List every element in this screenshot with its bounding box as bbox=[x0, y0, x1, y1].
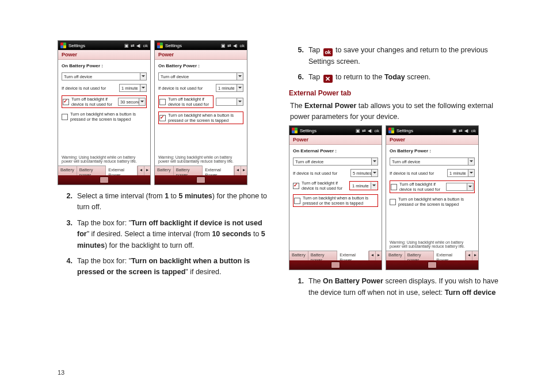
tab-battery-power[interactable]: Battery power bbox=[77, 166, 106, 175]
device-screenshot: Settings▣⇄◀:ok Power On External Power :… bbox=[289, 125, 382, 270]
step-2: Select a time interval (from 1 to 5 minu… bbox=[58, 191, 272, 213]
windows-flag-icon bbox=[388, 128, 394, 133]
wm-titlebar: Settings ▣⇄◀:ok bbox=[58, 41, 150, 50]
device-screenshot: Settings▣⇄◀:ok Power On Battery Power : … bbox=[154, 40, 247, 185]
tab-battery[interactable]: Battery bbox=[58, 166, 77, 175]
steps-right-b: The On Battery Power screen displays. If… bbox=[289, 276, 503, 298]
tab-external-power[interactable]: External Power bbox=[106, 166, 138, 175]
ok-icon: ok bbox=[323, 48, 333, 56]
steps-left: Select a time interval (from 1 to 5 minu… bbox=[58, 191, 272, 278]
time-dropdown[interactable] bbox=[446, 183, 474, 191]
screenshot-gallery-right: Settings▣⇄◀:ok Power On External Power :… bbox=[289, 125, 503, 270]
tab-scroll-right-icon[interactable]: ▸ bbox=[144, 166, 150, 175]
close-icon: ✕ bbox=[323, 75, 333, 83]
windows-flag-icon bbox=[60, 43, 66, 48]
step-1: The On Battery Power screen displays. If… bbox=[289, 276, 503, 298]
screenshot-gallery-left: Settings ▣⇄◀:ok Power On Battery Power :… bbox=[58, 40, 272, 185]
backlight-off-checkbox[interactable] bbox=[293, 183, 299, 189]
device-screenshot: Settings▣⇄◀:ok Power On Battery Power : … bbox=[386, 125, 479, 270]
backlight-off-checkbox[interactable] bbox=[391, 184, 397, 190]
chevron-down-icon bbox=[140, 84, 146, 91]
tab-scroll-left-icon[interactable]: ◂ bbox=[138, 166, 144, 175]
if-not-used-label: If device is not used for bbox=[62, 86, 117, 91]
warning-text: Warning: Using backlight while on batter… bbox=[62, 153, 147, 163]
chevron-down-icon bbox=[140, 73, 146, 80]
wm-title: Settings bbox=[68, 43, 85, 48]
backlight-on-checkbox[interactable] bbox=[390, 199, 396, 205]
sip-keyboard-icon[interactable] bbox=[428, 262, 437, 268]
backlight-off-checkbox[interactable] bbox=[63, 99, 69, 105]
backlight-on-checkbox[interactable] bbox=[294, 198, 300, 204]
turn-off-device-dropdown[interactable]: Turn off device bbox=[62, 72, 147, 80]
screen-title: Power bbox=[58, 50, 150, 60]
device-screenshot: Settings ▣⇄◀:ok Power On Battery Power :… bbox=[58, 40, 151, 185]
backlight-off-label: Turn off backlight if device is not used… bbox=[71, 97, 116, 107]
step-4: Tap the box for: "Turn on backlight when… bbox=[58, 256, 272, 278]
time-dropdown[interactable]: 5 minutes bbox=[350, 169, 378, 177]
backlight-on-checkbox[interactable] bbox=[62, 114, 68, 120]
soft-key-bar bbox=[58, 175, 150, 185]
page-number: 13 bbox=[58, 369, 64, 376]
turn-off-device-dropdown[interactable]: Turn off device bbox=[158, 72, 243, 80]
backlight-off-checkbox[interactable] bbox=[159, 99, 166, 105]
section-heading: On Battery Power : bbox=[62, 63, 147, 68]
tab-bar: Battery Battery power External Power ◂▸ bbox=[58, 166, 150, 175]
step-5: Tap ok to save your changes and return t… bbox=[289, 45, 503, 67]
wm-status-icons: ▣⇄◀:ok bbox=[124, 43, 148, 48]
backlight-on-checkbox[interactable] bbox=[159, 115, 166, 121]
time-dropdown[interactable]: 30 seconds bbox=[118, 98, 146, 106]
sip-keyboard-icon[interactable] bbox=[196, 176, 205, 183]
windows-flag-icon bbox=[292, 128, 298, 133]
backlight-on-label: Turn on backlight when a button is press… bbox=[70, 112, 147, 122]
windows-flag-icon bbox=[157, 43, 163, 48]
time-dropdown[interactable]: 1 minute bbox=[349, 181, 378, 190]
step-6: Tap ✕ to return to the Today screen. bbox=[289, 72, 503, 83]
section-title: External Power tab bbox=[289, 89, 503, 97]
chevron-down-icon bbox=[139, 98, 145, 105]
sip-keyboard-icon[interactable] bbox=[100, 176, 109, 183]
section-intro: The External Power tab allows you to set… bbox=[290, 101, 503, 122]
sip-keyboard-icon[interactable] bbox=[331, 262, 340, 268]
step-3: Tap the box for: "Turn off backlight if … bbox=[58, 218, 272, 251]
turn-off-device-dropdown[interactable]: Turn off device bbox=[293, 157, 378, 166]
turn-off-device-dropdown[interactable]: Turn off device bbox=[390, 157, 475, 166]
time-dropdown[interactable]: 1 minute bbox=[216, 84, 243, 92]
time-dropdown[interactable] bbox=[216, 98, 243, 106]
time-dropdown[interactable]: 1 minute bbox=[447, 169, 475, 177]
steps-right-a: Tap ok to save your changes and return t… bbox=[289, 45, 503, 83]
time-dropdown[interactable]: 1 minute bbox=[119, 84, 147, 92]
